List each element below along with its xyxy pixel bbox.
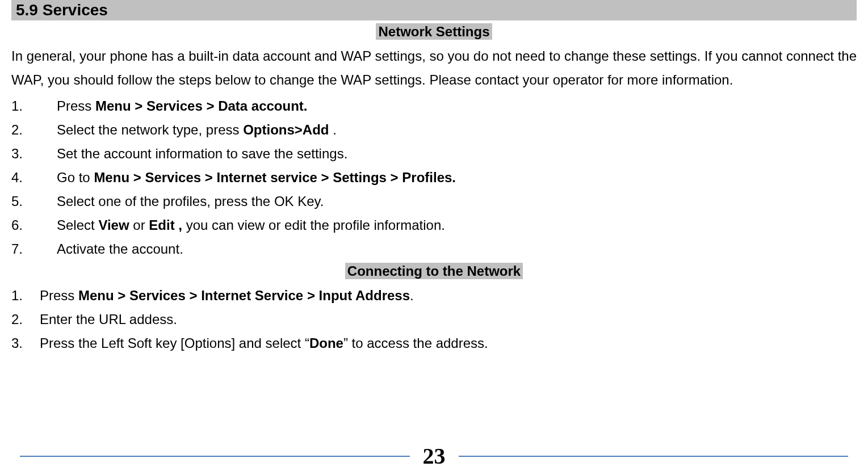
step-bold: Menu > Services > Internet service > Set… <box>94 170 456 185</box>
list-number: 1. <box>11 284 40 308</box>
list-item: 3. Press the Left Soft key [Options] and… <box>11 331 857 355</box>
list-text: Press the Left Soft key [Options] and se… <box>40 331 857 355</box>
list-item: 4. Go to Menu > Services > Internet serv… <box>11 166 857 190</box>
list-text: Set the account information to save the … <box>57 142 857 166</box>
list-number: 5. <box>11 190 57 213</box>
list-text: Press Menu > Services > Internet Service… <box>40 284 857 308</box>
list-text: Enter the URL addess. <box>40 308 857 331</box>
section-heading: 5.9 Services <box>11 0 857 20</box>
list-text: Press Menu > Services > Data account. <box>57 94 857 118</box>
step-suffix: ” to access the address. <box>343 335 488 351</box>
list-text: Select one of the profiles, press the OK… <box>57 190 857 213</box>
list-item: 1. Press Menu > Services > Data account. <box>11 94 857 118</box>
subsection-network-settings: Network Settings <box>11 24 857 40</box>
list-number: 3. <box>11 331 40 355</box>
footer-line-left <box>20 456 410 457</box>
list-text: Select the network type, press Options>A… <box>57 118 857 142</box>
list-number: 6. <box>11 213 57 237</box>
step-bold2: Edit , <box>149 217 182 233</box>
step-prefix: Activate the account. <box>57 241 183 257</box>
list-number: 1. <box>11 94 57 118</box>
list-number: 2. <box>11 118 57 142</box>
page-footer: 23 <box>0 443 868 469</box>
list-item: 1. Press Menu > Services > Internet Serv… <box>11 284 857 308</box>
list-text: Go to Menu > Services > Internet service… <box>57 166 857 190</box>
step-suffix: . <box>329 122 337 137</box>
list-item: 2. Select the network type, press Option… <box>11 118 857 142</box>
subsection-title: Network Settings <box>376 23 492 40</box>
step-bold: Menu > Services > Internet Service > Inp… <box>78 288 410 303</box>
list-number: 7. <box>11 237 57 261</box>
list-item: 3. Set the account information to save t… <box>11 142 857 166</box>
document-content: 5.9 Services Network Settings In general… <box>0 0 868 355</box>
step-suffix: . <box>410 288 414 303</box>
subsection-connecting: Connecting to the Network <box>11 263 857 279</box>
step-prefix: Go to <box>57 170 94 185</box>
step-prefix: Enter the URL addess. <box>40 312 177 327</box>
step-bold: Done <box>309 335 343 351</box>
step-bold: Options>Add <box>243 122 329 137</box>
step-prefix: Select the network type, press <box>57 122 243 137</box>
step-prefix: Set the account information to save the … <box>57 146 347 161</box>
step-prefix: Select one of the profiles, press the OK… <box>57 194 324 209</box>
page-number: 23 <box>418 443 450 469</box>
connecting-steps: 1. Press Menu > Services > Internet Serv… <box>11 284 857 355</box>
step-prefix: Press <box>57 98 95 114</box>
list-item: 5. Select one of the profiles, press the… <box>11 190 857 213</box>
intro-paragraph: In general, your phone has a built-in da… <box>11 44 857 92</box>
footer-line-right <box>459 456 849 457</box>
list-item: 6. Select View or Edit , you can view or… <box>11 213 857 237</box>
step-bold: View <box>98 217 129 233</box>
network-settings-steps: 1. Press Menu > Services > Data account.… <box>11 94 857 261</box>
list-number: 2. <box>11 308 40 331</box>
list-text: Activate the account. <box>57 237 857 261</box>
list-number: 4. <box>11 166 57 190</box>
list-text: Select View or Edit , you can view or ed… <box>57 213 857 237</box>
list-item: 7. Activate the account. <box>11 237 857 261</box>
subsection-title: Connecting to the Network <box>345 263 523 279</box>
step-prefix: Press <box>40 288 78 303</box>
step-prefix: Select <box>57 217 98 233</box>
step-suffix: you can view or edit the profile informa… <box>182 217 445 233</box>
list-number: 3. <box>11 142 57 166</box>
list-item: 2. Enter the URL addess. <box>11 308 857 331</box>
step-bold: Menu > Services > Data account. <box>95 98 308 114</box>
step-prefix: Press the Left Soft key [Options] and se… <box>40 335 309 351</box>
step-mid: or <box>129 217 149 233</box>
